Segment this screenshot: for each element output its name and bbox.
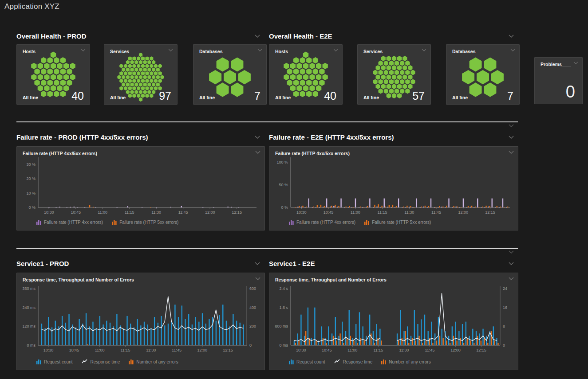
legend-label: Failure rate (HTTP 4xx errors) <box>296 220 355 225</box>
svg-text:12:00: 12:00 <box>205 210 215 215</box>
legend-item[interactable]: Failure rate (HTTP 5xx errors) <box>112 219 178 225</box>
svg-text:200: 200 <box>249 324 256 328</box>
chevron-down-icon[interactable] <box>255 151 260 154</box>
svg-text:30 %: 30 % <box>26 162 36 167</box>
status-label: All fine <box>110 95 126 100</box>
chevron-down-icon[interactable] <box>509 151 514 154</box>
svg-text:10:45: 10:45 <box>71 210 81 215</box>
legend-label: Request count <box>296 359 325 364</box>
svg-text:11:45: 11:45 <box>172 348 182 352</box>
tile-title: Failure rate (HTTP 4xx/5xx errors) <box>23 151 97 156</box>
svg-text:0: 0 <box>249 343 252 348</box>
section-header-overall-health-e2e: Overall Health - E2E <box>269 32 332 40</box>
legend-item[interactable]: Response time <box>334 359 373 364</box>
health-tile-services-e2e[interactable]: Services All fine 57 <box>357 44 431 105</box>
legend-item[interactable]: Request count <box>289 359 325 364</box>
health-tile-hosts-prod[interactable]: Hosts All fine 40 <box>16 44 90 105</box>
chevron-down-icon[interactable] <box>255 262 260 265</box>
tile-title: Services <box>363 49 383 54</box>
svg-text:100 %: 100 % <box>276 160 288 164</box>
chevron-down-icon[interactable] <box>509 136 514 139</box>
svg-text:10:30: 10:30 <box>296 348 306 352</box>
service1-prod-tile: 0 ms120 ms240 ms360 ms020040060010:3010:… <box>16 273 265 370</box>
svg-text:11:15: 11:15 <box>121 348 130 352</box>
status-label: All fine <box>199 95 215 100</box>
failure-rate-e2e-chart[interactable]: 0 %50 %100 %10:3010:4511:0011:1511:3011:… <box>269 147 518 230</box>
chevron-down-icon[interactable] <box>333 49 338 51</box>
count-value: 57 <box>412 91 425 100</box>
health-tile-databases-e2e[interactable]: Databases All fine 7 <box>446 44 520 105</box>
failure-rate-prod-chart[interactable]: 0 %10 %20 %30 %10:3010:4511:0011:1511:30… <box>17 147 264 230</box>
chart-canvas: 0 %50 %100 %10:3010:4511:0011:1511:3011:… <box>269 147 518 230</box>
legend-label: Number of any errors <box>389 359 430 364</box>
section-header-failure-e2e: Failure rate - E2E (HTTP 4xx/5xx errors) <box>269 133 394 141</box>
svg-text:400: 400 <box>249 305 256 310</box>
svg-text:10:45: 10:45 <box>69 348 79 352</box>
line-series-icon <box>334 359 340 364</box>
svg-text:10:30: 10:30 <box>44 210 54 215</box>
count-value: 7 <box>507 91 513 100</box>
chevron-down-icon[interactable] <box>255 35 260 38</box>
tile-title: Response time, Throughput and Number of … <box>23 277 134 282</box>
problems-tile[interactable]: Problems 0 <box>534 57 583 104</box>
chart-canvas: 0 ms800 ms1.6 s2.4 s08162410:3010:4511:0… <box>269 273 518 370</box>
chevron-down-icon[interactable] <box>255 136 260 139</box>
bar-series-icon <box>112 219 117 225</box>
status-label: All fine <box>363 95 379 100</box>
chevron-down-icon[interactable] <box>257 49 262 51</box>
svg-text:12:15: 12:15 <box>485 210 495 215</box>
tile-title: Response time, Throughput and Number of … <box>275 277 387 282</box>
chevron-down-icon[interactable] <box>509 35 514 38</box>
svg-text:11:00: 11:00 <box>347 348 357 352</box>
chevron-down-icon[interactable] <box>81 49 86 51</box>
chevron-down-icon[interactable] <box>509 124 514 127</box>
section-header-overall-health-prod: Overall Health - PROD <box>16 32 87 40</box>
legend-item[interactable]: Failure rate (HTTP 4xx errors) <box>36 219 103 225</box>
chart-legend: Failure rate (HTTP 4xx errors)Failure ra… <box>36 219 178 225</box>
legend-label: Response time <box>91 359 120 364</box>
svg-text:2.4 s: 2.4 s <box>279 286 288 291</box>
section-divider <box>16 121 518 122</box>
failure-rate-prod-tile: 0 %10 %20 %30 %10:3010:4511:0011:1511:30… <box>16 146 265 231</box>
failure-rate-e2e-tile: 0 %50 %100 %10:3010:4511:0011:1511:3011:… <box>269 146 518 231</box>
tile-title: Problems <box>541 62 562 67</box>
svg-text:11:15: 11:15 <box>125 210 134 215</box>
chevron-down-icon[interactable] <box>422 49 426 51</box>
bar-series-icon <box>289 219 294 225</box>
legend-item[interactable]: Number of any errors <box>129 359 178 364</box>
chevron-down-icon[interactable] <box>255 277 260 280</box>
bar-series-icon <box>381 359 386 364</box>
health-tile-services-prod[interactable]: Services All fine 97 <box>104 44 178 105</box>
legend-item[interactable]: Response time <box>82 359 120 364</box>
legend-item[interactable]: Failure rate (HTTP 4xx errors) <box>289 219 355 225</box>
svg-text:11:00: 11:00 <box>98 210 107 215</box>
svg-text:10:45: 10:45 <box>324 210 334 215</box>
legend-item[interactable]: Failure rate (HTTP 5xx errors) <box>364 219 431 225</box>
legend-label: Failure rate (HTTP 5xx errors) <box>372 220 431 225</box>
svg-text:600: 600 <box>249 286 256 291</box>
health-tile-databases-prod[interactable]: Databases All fine 7 <box>193 44 267 105</box>
count-value: 40 <box>324 91 336 100</box>
chevron-down-icon[interactable] <box>510 49 515 51</box>
legend-item[interactable]: Request count <box>36 359 73 364</box>
chevron-down-icon[interactable] <box>168 49 173 51</box>
service1-prod-chart[interactable]: 0 ms120 ms240 ms360 ms020040060010:3010:… <box>17 273 264 370</box>
svg-text:11:45: 11:45 <box>425 348 434 352</box>
health-tile-hosts-e2e[interactable]: Hosts All fine 40 <box>269 44 343 105</box>
chevron-down-icon[interactable] <box>573 62 578 64</box>
svg-text:1.6 s: 1.6 s <box>279 305 288 310</box>
chevron-down-icon[interactable] <box>509 262 514 265</box>
count-value: 97 <box>159 91 171 100</box>
page-title: Application XYZ <box>4 2 59 11</box>
svg-text:120 ms: 120 ms <box>22 324 36 328</box>
service1-e2e-chart[interactable]: 0 ms800 ms1.6 s2.4 s08162410:3010:4511:0… <box>269 273 518 370</box>
status-label: All fine <box>452 95 468 100</box>
tile-title: Failure rate (HTTP 4xx/5xx errors) <box>275 151 350 156</box>
chevron-down-icon[interactable] <box>509 277 514 280</box>
status-label: All fine <box>23 95 38 100</box>
svg-text:11:30: 11:30 <box>146 348 156 352</box>
tile-title: Hosts <box>275 49 288 54</box>
legend-item[interactable]: Number of any errors <box>381 359 430 364</box>
svg-text:10:30: 10:30 <box>43 348 54 352</box>
chevron-down-icon[interactable] <box>509 250 514 254</box>
